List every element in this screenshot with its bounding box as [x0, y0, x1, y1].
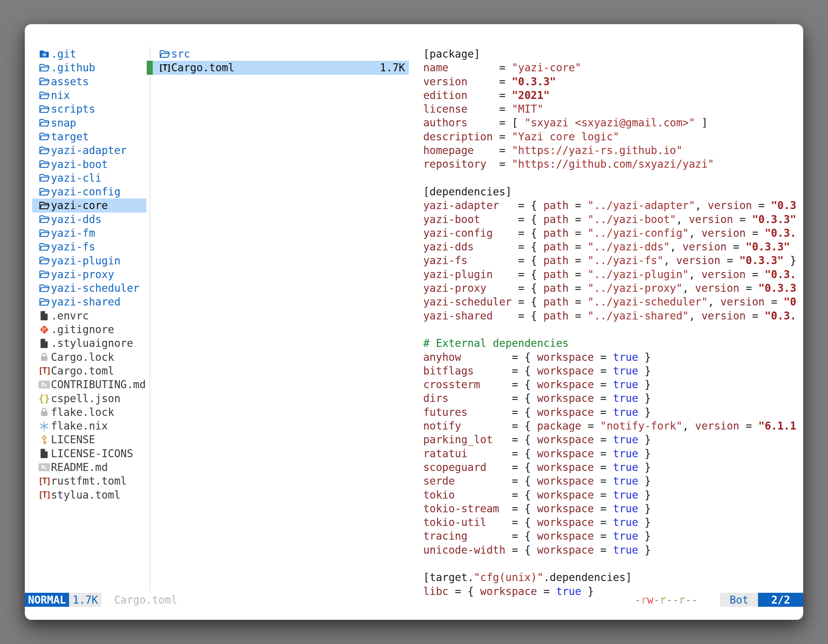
file-item[interactable]: [T]rustfmt.toml — [32, 474, 146, 488]
code-segment-num: "0.3. — [765, 268, 796, 280]
code-segment-key: path — [544, 227, 569, 239]
file-label: src — [171, 48, 190, 60]
folder-open-icon — [38, 75, 50, 88]
folder-item[interactable]: yazi-fm — [32, 226, 146, 240]
folder-item[interactable]: yazi-cli — [32, 171, 146, 185]
code-segment-key: workspace — [537, 351, 594, 364]
markdown-icon: M↓ — [38, 461, 50, 473]
folder-item[interactable]: yazi-core — [32, 199, 146, 212]
code-segment-key: workspace — [537, 475, 594, 487]
preview-line: yazi-proxy = { path = "../yazi-proxy", v… — [423, 281, 803, 295]
code-segment-bool: true — [613, 461, 638, 473]
file-label: cspell.json — [51, 392, 121, 405]
code-segment-pln: = — [594, 392, 613, 404]
lock-icon — [38, 406, 50, 418]
file-size: 1.7K — [380, 61, 405, 74]
code-segment-pln: = { — [493, 227, 544, 239]
folder-item[interactable]: src — [147, 47, 409, 61]
file-icon — [38, 310, 50, 322]
folder-item[interactable]: yazi-proxy — [32, 268, 146, 281]
file-item[interactable]: [T]Cargo.toml1.7K — [147, 61, 409, 74]
preview-line: version = "0.3.3" — [423, 75, 803, 88]
folder-item[interactable]: snap — [32, 116, 146, 130]
code-segment-key: path — [544, 254, 569, 266]
toml-icon: [T] — [38, 489, 50, 501]
code-segment-pln: = — [569, 282, 588, 294]
permission-segment: r — [679, 594, 685, 606]
toml-icon: [T] — [38, 365, 50, 377]
folder-item[interactable]: .git — [32, 47, 146, 61]
file-item[interactable]: LICENSE — [32, 433, 146, 447]
folder-item[interactable]: yazi-dds — [32, 213, 146, 226]
file-item[interactable]: Cargo.lock — [32, 350, 146, 364]
code-segment-str: "cfg(unix)" — [474, 571, 544, 584]
folder-item[interactable]: nix — [32, 88, 146, 102]
permission-segment: w — [647, 594, 654, 606]
file-item[interactable]: LICENSE-ICONS — [32, 447, 146, 461]
code-segment-pln: = — [594, 378, 613, 391]
folder-item[interactable]: assets — [32, 75, 146, 88]
file-label: .styluaignore — [51, 337, 133, 349]
file-item[interactable]: [T]stylua.toml — [32, 488, 146, 502]
code-segment-num: "0.3.3" — [739, 254, 783, 266]
code-segment-num: "2021" — [512, 89, 550, 102]
code-segment-pln: = — [569, 241, 588, 253]
code-segment-pln: = { — [474, 241, 544, 253]
code-segment-pln: , — [670, 241, 682, 253]
folder-open-icon — [38, 241, 50, 253]
folder-item[interactable]: yazi-adapter — [32, 144, 146, 157]
code-segment-pln: } — [638, 351, 651, 364]
preview-line: [package] — [423, 47, 803, 61]
file-item[interactable]: .styluaignore — [32, 336, 146, 350]
file-item[interactable]: .envrc — [32, 309, 146, 323]
code-segment-pln: = — [594, 351, 613, 364]
code-segment-bool: true — [613, 392, 638, 404]
file-item[interactable]: [T]Cargo.toml — [32, 364, 146, 378]
preview-line: license = "MIT" — [423, 102, 803, 116]
code-segment-pln: = — [765, 296, 784, 308]
preview-line: yazi-boot = { path = "../yazi-boot", ver… — [423, 213, 803, 226]
code-segment-str: "notify-fork" — [600, 420, 682, 432]
folder-item[interactable]: scripts — [32, 102, 146, 116]
code-segment-pln: = { — [499, 199, 543, 212]
folder-item[interactable]: yazi-config — [32, 185, 146, 199]
code-segment-pln: = — [739, 282, 758, 294]
file-item[interactable]: flake.lock — [32, 405, 146, 419]
code-segment-bool: true — [613, 544, 638, 556]
yazi-file-manager-window: .git.githubassetsnixscriptssnaptargetyaz… — [25, 24, 803, 620]
file-label: yazi-adapter — [51, 144, 127, 157]
code-segment-bool: true — [613, 365, 638, 377]
folder-open-icon — [38, 89, 50, 102]
preview-line: yazi-scheduler = { path = "../yazi-sched… — [423, 295, 803, 309]
code-segment-pln: = — [594, 475, 613, 487]
file-item[interactable]: .gitignore — [32, 323, 146, 336]
preview-line: name = "yazi-core" — [423, 61, 803, 74]
code-segment-pln: = { — [493, 433, 537, 446]
code-segment-key: version — [701, 227, 746, 239]
folder-item[interactable]: .github — [32, 61, 146, 74]
file-item[interactable]: flake.nix — [32, 419, 146, 433]
code-segment-pln: = { — [512, 296, 543, 308]
folder-item[interactable]: yazi-plugin — [32, 254, 146, 267]
preview-line: futures = { workspace = true } — [423, 405, 803, 419]
file-label: .envrc — [51, 310, 89, 322]
folder-item[interactable]: yazi-shared — [32, 295, 146, 309]
folder-item[interactable]: yazi-fs — [32, 240, 146, 254]
preview-line: serde = { workspace = true } — [423, 474, 803, 488]
file-label: Cargo.lock — [51, 351, 114, 364]
folder-item[interactable]: yazi-boot — [32, 157, 146, 171]
preview-line: yazi-config = { path = "../yazi-config",… — [423, 226, 803, 240]
file-item[interactable]: {}cspell.json — [32, 391, 146, 405]
preview-line: tokio-util = { workspace = true } — [423, 516, 803, 529]
code-segment-pln: = { — [461, 351, 537, 364]
code-segment-pln: } — [638, 502, 651, 515]
file-item[interactable]: M↓README.md — [32, 461, 146, 474]
code-segment-pln: = — [720, 254, 740, 266]
folder-item[interactable]: target — [32, 130, 146, 144]
folder-item[interactable]: yazi-scheduler — [32, 281, 146, 295]
file-item[interactable]: M↓CONTRIBUTING.md — [32, 378, 146, 391]
preview-line: tracing = { workspace = true } — [423, 529, 803, 543]
folder-open-icon — [38, 62, 50, 74]
parent-directory-pane: .git.githubassetsnixscriptssnaptargetyaz… — [32, 47, 146, 502]
code-segment-pln: , — [682, 282, 695, 294]
